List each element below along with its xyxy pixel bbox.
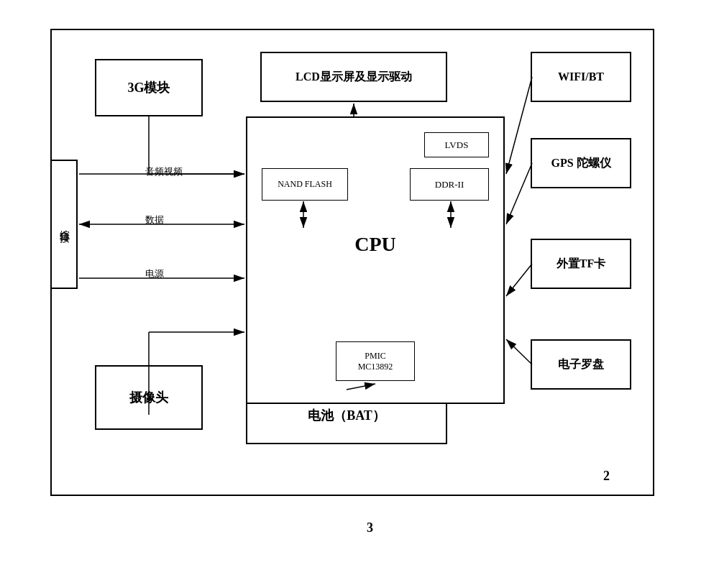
label-2: 2 xyxy=(603,469,610,484)
3g-label: 3G模块 xyxy=(127,79,170,96)
wifi-label: WIFI/BT xyxy=(558,70,604,83)
interface-label: 综合接口 xyxy=(58,221,70,227)
box-camera: 摄像头 xyxy=(95,365,203,430)
camera-label: 摄像头 xyxy=(129,389,168,406)
battery-label: 电池（BAT） xyxy=(308,407,385,424)
ddr-label: DDR-II xyxy=(435,179,464,190)
lvds-label: LVDS xyxy=(445,139,469,151)
conn-audio-video: 音频视频 xyxy=(145,165,183,178)
cpu-label: CPU xyxy=(247,233,503,256)
interface-box: 综合接口 xyxy=(50,160,78,289)
box-lcd: LCD显示屏及显示驱动 xyxy=(260,52,447,102)
svg-line-18 xyxy=(506,339,532,364)
svg-line-16 xyxy=(506,163,532,224)
box-pmic: PMICMC13892 xyxy=(336,341,415,381)
label-3: 3 xyxy=(367,520,373,536)
box-ddr: DDR-II xyxy=(410,168,489,201)
box-gps: GPS 陀螺仪 xyxy=(531,138,631,188)
conn-power: 电源 xyxy=(145,267,164,280)
conn-data: 数据 xyxy=(145,213,164,226)
svg-line-17 xyxy=(506,264,532,296)
compass-label: 电子罗盘 xyxy=(558,357,604,372)
box-lvds: LVDS xyxy=(424,132,489,157)
lcd-label: LCD显示屏及显示驱动 xyxy=(296,70,412,85)
tf-label: 外置TF卡 xyxy=(557,257,605,272)
diagram-container: 综合接口 3G模块 LCD显示屏及显示驱动 WIFI/BT GPS 陀螺仪 外置… xyxy=(22,14,683,546)
svg-line-15 xyxy=(506,77,532,174)
box-wifi: WIFI/BT xyxy=(531,52,631,102)
box-compass: 电子罗盘 xyxy=(531,339,631,390)
box-cpu-main: LVDS NAND FLASH DDR-II CPU PMICMC13892 xyxy=(246,116,505,404)
box-nand: NAND FLASH xyxy=(262,168,348,201)
pmic-label: PMICMC13892 xyxy=(358,351,393,372)
box-tf: 外置TF卡 xyxy=(531,239,631,289)
box-3g: 3G模块 xyxy=(95,59,203,116)
gps-label: GPS 陀螺仪 xyxy=(551,156,610,171)
outer-system-box: 综合接口 3G模块 LCD显示屏及显示驱动 WIFI/BT GPS 陀螺仪 外置… xyxy=(50,29,654,496)
nand-label: NAND FLASH xyxy=(278,179,332,190)
